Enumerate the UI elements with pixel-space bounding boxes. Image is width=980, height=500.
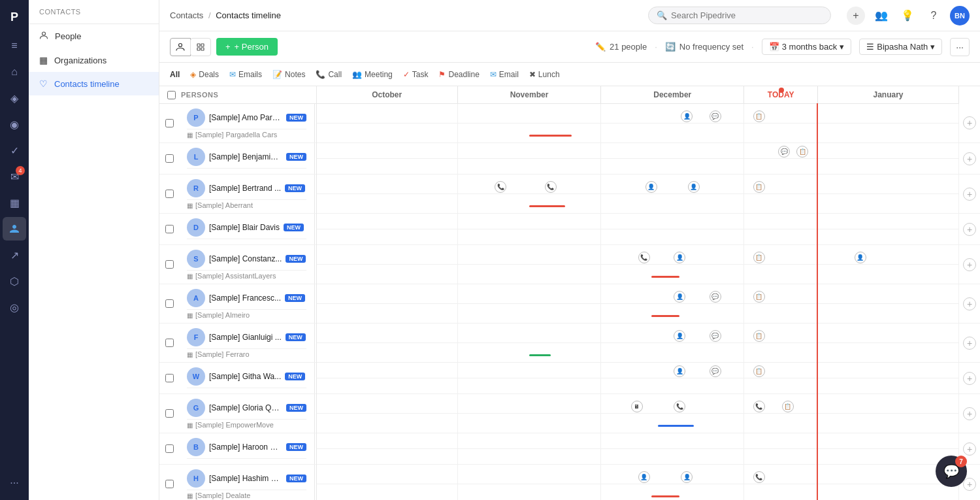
add-button[interactable]: + xyxy=(847,7,865,25)
add-activity-button[interactable]: + xyxy=(963,297,976,310)
add-activity-button[interactable]: + xyxy=(963,116,976,129)
nav-insights-icon[interactable]: ↗ xyxy=(3,243,26,267)
activity-icon[interactable]: 👤 xyxy=(681,110,693,122)
person-name[interactable]: [Sample] Gloria Qu... xyxy=(209,403,282,412)
activity-icon[interactable]: 📋 xyxy=(753,291,765,303)
activity-icon[interactable]: 💬 xyxy=(710,330,721,342)
row-checkbox[interactable] xyxy=(165,154,174,163)
activity-icon[interactable]: 💬 xyxy=(710,110,721,122)
person-org[interactable]: [Sample] Aberrant xyxy=(195,201,253,209)
filter-deals[interactable]: ◈ Deals xyxy=(190,70,219,79)
nav-campaigns-icon[interactable]: ◎ xyxy=(3,295,26,319)
add-activity-button[interactable]: + xyxy=(963,152,976,165)
add-person-button[interactable]: + + Person xyxy=(216,38,278,56)
activity-icon[interactable]: 📋 xyxy=(753,365,765,377)
person-org[interactable]: [Sample] Almeiro xyxy=(195,311,250,319)
row-checkbox[interactable] xyxy=(165,480,174,488)
row-checkbox[interactable] xyxy=(165,225,174,233)
sidebar-item-contacts-timeline[interactable]: ♡ Contacts timeline xyxy=(29,72,159,95)
activity-icon[interactable]: 👤 xyxy=(855,252,866,263)
select-all-checkbox[interactable] xyxy=(167,91,176,99)
add-activity-button[interactable]: + xyxy=(963,188,976,201)
activity-icon[interactable]: 📞 xyxy=(495,181,506,193)
row-checkbox[interactable] xyxy=(165,374,174,382)
activity-icon[interactable]: 👤 xyxy=(681,471,693,483)
filter-all[interactable]: All xyxy=(170,70,180,79)
activity-icon[interactable]: 📋 xyxy=(796,146,808,158)
search-box[interactable]: 🔍 xyxy=(648,7,831,24)
row-checkbox[interactable] xyxy=(165,409,174,418)
breadcrumb-parent[interactable]: Contacts xyxy=(170,10,203,20)
filter-emails[interactable]: ✉ Emails xyxy=(229,70,262,79)
search-input[interactable] xyxy=(671,10,823,20)
nav-deals-icon[interactable]: ◈ xyxy=(3,86,26,110)
activity-icon[interactable]: 👤 xyxy=(674,291,685,303)
nav-more-icon[interactable]: ··· xyxy=(3,471,26,495)
person-name[interactable]: [Sample] Hashim H... xyxy=(209,474,282,483)
nav-calendar-icon[interactable]: ▦ xyxy=(3,191,26,214)
add-activity-button[interactable]: + xyxy=(963,478,976,491)
activity-icon[interactable]: 👤 xyxy=(645,181,657,193)
activity-icon[interactable]: 👤 xyxy=(688,181,700,193)
activity-icon[interactable]: 📋 xyxy=(753,181,765,193)
nav-contacts-icon[interactable] xyxy=(3,217,26,241)
chat-bubble[interactable]: 💬 7 xyxy=(936,456,967,487)
row-checkbox[interactable] xyxy=(165,190,174,198)
activity-icon[interactable]: 💬 xyxy=(710,365,721,377)
view-org-tab[interactable] xyxy=(190,38,211,56)
person-name[interactable]: [Sample] Amo Parg... xyxy=(209,113,282,122)
period-dropdown[interactable]: 📅 3 months back ▾ xyxy=(762,39,852,55)
person-org[interactable]: [Sample] Pargadella Cars xyxy=(195,131,277,139)
team-icon[interactable]: 👥 xyxy=(872,6,891,25)
nav-activities-icon[interactable]: ✓ xyxy=(3,139,26,162)
add-activity-button[interactable]: + xyxy=(963,372,976,385)
person-name[interactable]: [Sample] Gianluigi ... xyxy=(209,333,282,342)
person-org[interactable]: [Sample] Dealate xyxy=(195,492,250,499)
activity-icon[interactable]: 📞 xyxy=(753,401,765,412)
activity-icon[interactable]: 👤 xyxy=(674,365,685,377)
filter-email[interactable]: ✉ Email xyxy=(490,70,519,79)
user-dropdown[interactable]: ☰ Bipasha Nath ▾ xyxy=(859,39,942,55)
filter-deadline[interactable]: ⚑ Deadline xyxy=(438,70,479,79)
activity-icon[interactable]: 📞 xyxy=(545,181,557,193)
filter-task[interactable]: ✓ Task xyxy=(403,70,429,79)
filter-notes[interactable]: 📝 Notes xyxy=(272,70,305,79)
activity-icon[interactable]: 📞 xyxy=(753,471,765,483)
more-options-button[interactable]: ··· xyxy=(950,38,970,56)
row-checkbox[interactable] xyxy=(165,444,174,453)
nav-products-icon[interactable]: ⬡ xyxy=(3,269,26,293)
row-checkbox[interactable] xyxy=(165,299,174,308)
view-person-tab[interactable] xyxy=(170,38,191,56)
activity-icon[interactable]: 💬 xyxy=(710,291,721,303)
filter-meeting[interactable]: 👥 Meeting xyxy=(352,70,393,79)
user-avatar[interactable]: BN xyxy=(950,6,970,25)
row-checkbox[interactable] xyxy=(165,339,174,347)
row-checkbox[interactable] xyxy=(165,119,174,127)
nav-logo[interactable]: P xyxy=(3,5,26,29)
add-activity-button[interactable]: + xyxy=(963,407,976,420)
filter-lunch[interactable]: ✖ Lunch xyxy=(529,70,560,79)
person-org[interactable]: [Sample] AssistantLayers xyxy=(195,272,276,280)
help-icon[interactable]: ? xyxy=(924,6,943,25)
activity-icon[interactable]: 📋 xyxy=(753,110,765,122)
activity-icon[interactable]: 📋 xyxy=(753,330,765,342)
activity-icon[interactable]: 💬 xyxy=(778,146,790,158)
nav-leads-icon[interactable]: ◉ xyxy=(3,112,26,136)
person-name[interactable]: [Sample] Constanz... xyxy=(209,254,282,263)
nav-mail-icon[interactable]: ✉ 4 xyxy=(3,165,26,188)
activity-icon[interactable]: 👤 xyxy=(674,330,685,342)
person-name[interactable]: [Sample] Bertrand ... xyxy=(209,184,281,193)
person-name[interactable]: [Sample] Francesc... xyxy=(209,293,281,303)
activity-icon[interactable]: 📞 xyxy=(674,401,685,412)
person-name[interactable]: [Sample] Benjamin ... xyxy=(209,152,282,161)
activity-icon[interactable]: 👤 xyxy=(674,252,685,263)
add-activity-button[interactable]: + xyxy=(963,223,976,236)
activity-icon[interactable]: 👤 xyxy=(638,471,650,483)
activity-icon[interactable]: 📋 xyxy=(782,401,794,412)
add-activity-button[interactable]: + xyxy=(963,442,976,456)
person-org[interactable]: [Sample] Ferraro xyxy=(195,350,250,358)
add-activity-button[interactable]: + xyxy=(963,258,976,271)
sidebar-item-organizations[interactable]: ▦ Organizations xyxy=(29,48,159,72)
add-activity-button[interactable]: + xyxy=(963,337,976,350)
person-name[interactable]: [Sample] Blair Davis xyxy=(209,223,280,232)
